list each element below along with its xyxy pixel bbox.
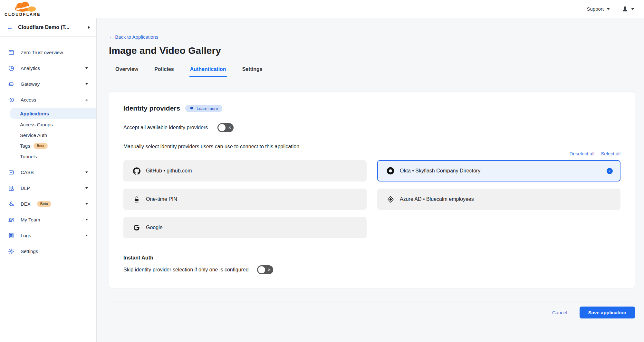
cloudflare-logo[interactable]: CLOUDFLARE [5, 1, 41, 17]
user-menu[interactable] [621, 5, 634, 13]
cloudflare-wordmark: CLOUDFLARE [5, 12, 41, 17]
instant-auth-heading: Instant Auth [123, 255, 620, 261]
provider-label: Google [146, 225, 163, 230]
sidebar-item-applications[interactable]: Applications [10, 108, 96, 119]
instant-auth-toggle[interactable]: ✕ [257, 265, 273, 274]
sidebar-item-access[interactable]: Access [0, 92, 96, 108]
account-switcher[interactable]: ← Cloudflare Demo (T... [0, 18, 96, 37]
sidebar-item-analytics[interactable]: Analytics [0, 60, 96, 76]
sidebar-item-dex[interactable]: DEX Beta [0, 196, 96, 212]
tab-bar: Overview Policies Authentication Setting… [109, 64, 635, 77]
one-time-pin-icon [132, 195, 141, 203]
nav-label: DEX [21, 201, 31, 207]
deselect-all-link[interactable]: Deselect all [570, 151, 595, 156]
access-sub-menu: Applications Access Groups Service Auth … [0, 108, 96, 162]
identity-providers-card: Identity providers Learn more Accept all… [109, 91, 635, 288]
provider-label: One-time PIN [146, 196, 177, 202]
sidebar-item-tunnels[interactable]: Tunnels [0, 151, 96, 162]
nav-label: Zero Trust overview [21, 50, 63, 55]
sidebar-item-zero-trust-overview[interactable]: Zero Trust overview [0, 44, 96, 60]
x-icon: ✕ [228, 126, 231, 130]
accept-all-toggle[interactable]: ✕ [217, 123, 234, 132]
nav-label: Tags [20, 143, 30, 149]
gear-icon [8, 248, 15, 255]
support-caret-icon [607, 8, 610, 10]
learn-more-badge[interactable]: Learn more [185, 105, 222, 112]
instant-auth-label: Skip identity provider selection if only… [123, 267, 249, 273]
tab-settings[interactable]: Settings [242, 64, 263, 77]
x-icon: ✕ [268, 268, 271, 272]
save-application-button[interactable]: Save application [580, 307, 635, 318]
sidebar-item-my-team[interactable]: My Team [0, 212, 96, 228]
nav-label: Access [21, 97, 36, 103]
provider-github[interactable]: GitHub • github.com [123, 160, 367, 181]
sidebar-item-dlp[interactable]: DLP [0, 180, 96, 196]
provider-label: Azure AD • Bluecalm employees [400, 196, 474, 202]
beta-badge: Beta [37, 201, 51, 207]
sidebar-item-service-auth[interactable]: Service Auth [0, 130, 96, 141]
select-all-link[interactable]: Select all [601, 151, 620, 156]
tab-authentication[interactable]: Authentication [189, 64, 227, 77]
nav-label: Service Auth [20, 132, 47, 138]
github-icon [132, 167, 141, 175]
topbar: CLOUDFLARE Support [0, 0, 644, 18]
support-label: Support [587, 6, 604, 12]
nav-label: Applications [20, 111, 49, 116]
provider-okta[interactable]: Okta • Skyflash Company Directory ✓ [377, 160, 620, 181]
nav-label: DLP [21, 185, 30, 191]
provider-one-time-pin[interactable]: One-time PIN [123, 189, 367, 210]
nav-label: Logs [21, 233, 31, 238]
nav-label: Access Groups [20, 122, 53, 127]
sidebar-nav: Zero Trust overview Analytics [0, 37, 96, 263]
support-menu[interactable]: Support [587, 6, 610, 12]
provider-label: GitHub • github.com [146, 168, 192, 174]
sidebar-item-casb[interactable]: CASB [0, 164, 96, 180]
cloudflare-cloud-icon [6, 1, 39, 12]
window-icon [8, 49, 15, 56]
nav-label: Gateway [21, 81, 40, 87]
identity-providers-heading: Identity providers [123, 104, 180, 112]
logs-icon [8, 232, 15, 239]
caret-down-icon [85, 171, 88, 173]
chevron-right-icon [88, 26, 90, 29]
tab-overview[interactable]: Overview [115, 64, 139, 77]
cancel-button[interactable]: Cancel [552, 310, 567, 315]
sidebar-item-access-groups[interactable]: Access Groups [0, 119, 96, 130]
user-icon [621, 5, 629, 13]
sidebar-item-settings[interactable]: Settings [0, 243, 96, 259]
learn-more-label: Learn more [197, 106, 218, 111]
dex-icon [8, 201, 15, 207]
sidebar-item-tags[interactable]: Tags Beta [0, 141, 96, 151]
accept-all-label: Accept all available identity providers [123, 125, 208, 131]
google-icon [132, 224, 141, 231]
okta-icon [386, 167, 395, 175]
sidebar-item-gateway[interactable]: Gateway [0, 76, 96, 92]
caret-down-icon [85, 235, 88, 236]
provider-azure-ad[interactable]: Azure AD • Bluecalm employees [377, 189, 620, 210]
action-footer: Cancel Save application [109, 301, 635, 318]
sidebar-item-logs[interactable]: Logs [0, 228, 96, 243]
back-to-applications-link[interactable]: ← Back to Applications [109, 34, 158, 40]
caret-down-icon [85, 67, 88, 69]
dlp-icon [8, 185, 15, 191]
tab-policies[interactable]: Policies [154, 64, 174, 77]
caret-down-icon [85, 203, 88, 205]
manual-select-label: Manually select identity providers users… [123, 144, 620, 150]
team-icon [8, 217, 15, 223]
main-content: ← Back to Applications Image and Video G… [97, 18, 644, 342]
provider-google[interactable]: Google [123, 217, 367, 238]
nav-label: Analytics [21, 65, 40, 71]
sidebar: ← Cloudflare Demo (T... Zero Trust overv… [0, 18, 97, 342]
azure-ad-icon [386, 196, 395, 203]
check-icon: ✓ [607, 168, 613, 174]
nav-label: Settings [21, 249, 38, 254]
toggle-knob [258, 266, 265, 273]
page-title: Image and Video Gallery [109, 45, 635, 56]
sidebar-divider [0, 263, 96, 263]
caret-down-icon [85, 83, 88, 85]
nav-label: Tunnels [20, 154, 37, 159]
nav-label: My Team [21, 217, 40, 222]
user-caret-icon [631, 8, 634, 10]
nav-label: CASB [21, 170, 34, 175]
back-arrow-icon[interactable]: ← [6, 24, 13, 31]
